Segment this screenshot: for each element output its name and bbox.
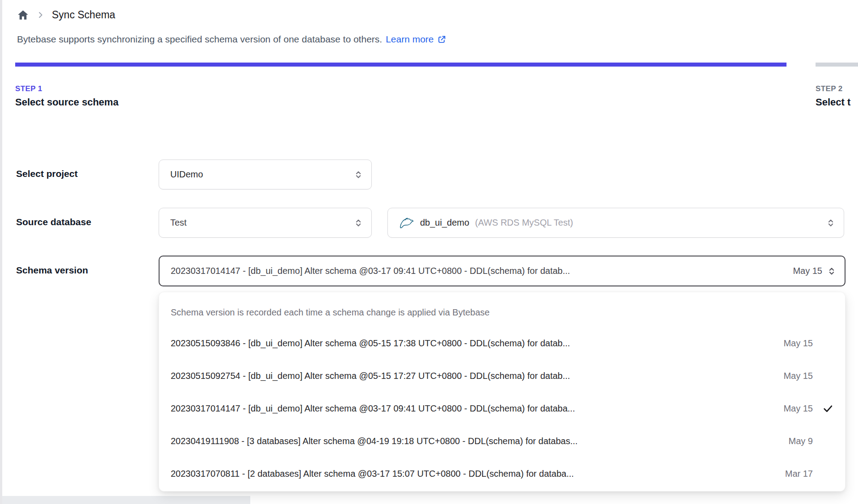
schema-version-option[interactable]: 20230515093846 - [db_ui_demo] Alter sche…	[159, 327, 845, 360]
page-title: Sync Schema	[52, 9, 115, 21]
option-text: 20230419111908 - [3 databases] Alter sch…	[171, 436, 782, 446]
option-date: May 15	[783, 371, 813, 381]
check-slot	[813, 436, 833, 447]
home-icon[interactable]	[17, 9, 29, 21]
chevron-up-down-icon	[353, 170, 363, 180]
source-database-label: Source database	[16, 217, 91, 227]
select-project-label: Select project	[16, 168, 78, 179]
dropdown-hint: Schema version is recorded each time a s…	[159, 298, 845, 327]
option-text: 20230515093846 - [db_ui_demo] Alter sche…	[171, 338, 776, 349]
database-select-value: db_ui_demo	[420, 218, 469, 228]
breadcrumb: Sync Schema	[17, 9, 115, 21]
sidebar-edge-divider	[0, 0, 2, 504]
schema-version-select-date: May 15	[793, 266, 822, 276]
database-select-detail: (AWS RDS MySQL Test)	[475, 218, 816, 228]
schema-version-dropdown: Schema version is recorded each time a s…	[159, 292, 845, 491]
project-select-value: UIDemo	[170, 169, 349, 180]
external-link-icon	[437, 34, 447, 44]
check-slot	[813, 403, 833, 414]
environment-select-value: Test	[170, 218, 349, 228]
step2-title: Select t	[816, 97, 850, 108]
schema-version-select[interactable]: 20230317014147 - [db_ui_demo] Alter sche…	[159, 256, 845, 286]
option-text: 20230515092754 - [db_ui_demo] Alter sche…	[171, 371, 776, 381]
schema-version-select-value: 20230317014147 - [db_ui_demo] Alter sche…	[171, 266, 785, 276]
chevron-right-icon	[36, 11, 45, 19]
option-text: 20230317014147 - [db_ui_demo] Alter sche…	[171, 403, 776, 414]
schema-version-label: Schema version	[16, 265, 88, 276]
mysql-dolphin-icon	[399, 217, 414, 229]
dropdown-options-list: 20230515093846 - [db_ui_demo] Alter sche…	[159, 327, 845, 490]
schema-version-option[interactable]: 20230317070811 - [2 databases] Alter sch…	[159, 458, 845, 490]
step2-label: STEP 2	[816, 84, 843, 93]
check-slot	[813, 370, 833, 382]
learn-more-link[interactable]: Learn more	[386, 34, 446, 45]
database-select[interactable]: db_ui_demo (AWS RDS MySQL Test)	[387, 208, 844, 238]
schema-version-option[interactable]: 20230515092754 - [db_ui_demo] Alter sche…	[159, 360, 845, 392]
chevron-up-down-icon	[827, 266, 837, 276]
step2-progress-bar	[816, 63, 858, 67]
schema-version-option[interactable]: 20230317014147 - [db_ui_demo] Alter sche…	[159, 392, 845, 425]
description-text: Bytebase supports synchronizing a specif…	[17, 34, 382, 45]
option-date: May 15	[783, 403, 813, 414]
chevron-up-down-icon	[826, 218, 836, 228]
check-icon	[822, 403, 833, 414]
option-date: May 9	[789, 436, 813, 446]
step1-progress-bar	[15, 63, 786, 67]
step1-label: STEP 1	[15, 84, 42, 93]
clipped-section-divider	[2, 496, 250, 504]
option-text: 20230317070811 - [2 databases] Alter sch…	[171, 469, 778, 479]
schema-version-option[interactable]: 20230419111908 - [3 databases] Alter sch…	[159, 425, 845, 458]
check-slot	[813, 468, 833, 479]
check-slot	[813, 338, 833, 349]
sync-schema-page: Sync Schema Bytebase supports synchroniz…	[0, 0, 858, 504]
option-date: Mar 17	[785, 469, 813, 479]
step1-title: Select source schema	[15, 97, 118, 108]
chevron-up-down-icon	[353, 218, 363, 228]
environment-select[interactable]: Test	[159, 208, 372, 238]
option-date: May 15	[783, 338, 813, 349]
page-description: Bytebase supports synchronizing a specif…	[17, 34, 447, 45]
project-select[interactable]: UIDemo	[159, 160, 372, 189]
